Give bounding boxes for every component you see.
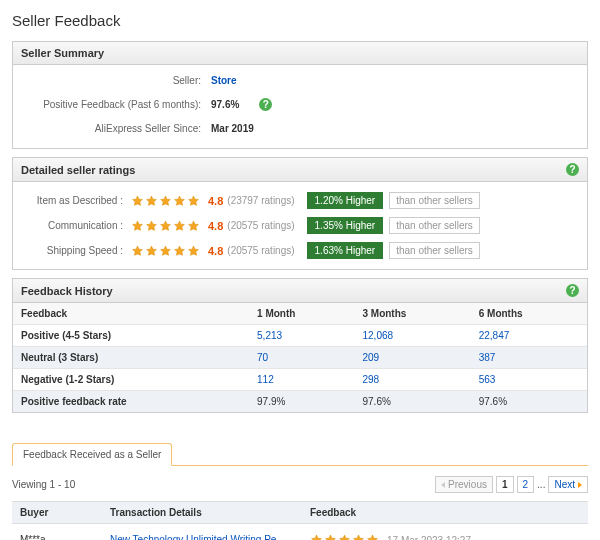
history-cell: 5,213 <box>249 325 354 347</box>
rating-vs-others: than other sellers <box>389 192 480 209</box>
history-col-1month: 1 Month <box>249 303 354 325</box>
history-link[interactable]: 22,847 <box>479 330 510 341</box>
star-icon <box>159 220 172 232</box>
fb-col-buyer: Buyer <box>12 502 102 524</box>
star-icon <box>131 195 144 207</box>
seller-summary-panel: Seller Summary Seller: Store Positive Fe… <box>12 41 588 149</box>
star-icon <box>187 245 200 257</box>
star-icon <box>145 220 158 232</box>
rating-label: Shipping Speed : <box>21 245 131 256</box>
viewing-bar: Viewing 1 - 10 Previous 1 2 ... Next <box>12 466 588 501</box>
stars <box>131 220 200 232</box>
detailed-ratings-header: Detailed seller ratings ? <box>13 158 587 182</box>
rating-vs-others: than other sellers <box>389 217 480 234</box>
rating-score: 4.8 <box>208 220 223 232</box>
star-icon <box>310 534 323 540</box>
pagination-prev[interactable]: Previous <box>435 476 493 493</box>
help-icon[interactable]: ? <box>566 284 579 297</box>
feedback-date: 17 Mar 2023 12:27 <box>387 535 471 541</box>
seller-since-value: Mar 2019 <box>211 123 254 134</box>
rating-badge-higher: 1.20% Higher <box>307 192 384 209</box>
history-row: Positive feedback rate97.9%97.6%97.6% <box>13 391 587 413</box>
history-row: Negative (1-2 Stars)112298563 <box>13 369 587 391</box>
history-row: Neutral (3 Stars)70209387 <box>13 347 587 369</box>
detailed-ratings-title: Detailed seller ratings <box>21 164 135 176</box>
rating-badge-higher: 1.63% Higher <box>307 242 384 259</box>
rating-badge-higher: 1.35% Higher <box>307 217 384 234</box>
history-cell: 12,068 <box>354 325 470 347</box>
history-cell: 70 <box>249 347 354 369</box>
star-icon <box>187 195 200 207</box>
fb-col-trans: Transaction Details <box>102 502 302 524</box>
rating-score: 4.8 <box>208 245 223 257</box>
pagination-page-2[interactable]: 2 <box>517 476 535 493</box>
history-row-label: Positive feedback rate <box>13 391 249 413</box>
star-icon <box>338 534 351 540</box>
star-icon <box>366 534 379 540</box>
history-cell: 22,847 <box>471 325 587 347</box>
star-icon <box>145 245 158 257</box>
seller-summary-body: Seller: Store Positive Feedback (Past 6 … <box>13 65 587 148</box>
star-icon <box>159 195 172 207</box>
history-link[interactable]: 387 <box>479 352 496 363</box>
positive-feedback-label: Positive Feedback (Past 6 months): <box>21 99 211 110</box>
rating-row: Shipping Speed :4.8(20575 ratings)1.63% … <box>21 238 579 263</box>
star-icon <box>187 220 200 232</box>
fb-col-feedback: Feedback <box>302 502 588 524</box>
feedback-history-panel: Feedback History ? Feedback 1 Month 3 Mo… <box>12 278 588 413</box>
seller-since-label: AliExpress Seller Since: <box>21 123 211 134</box>
star-icon <box>324 534 337 540</box>
star-icon <box>173 245 186 257</box>
history-row-label: Positive (4-5 Stars) <box>13 325 249 347</box>
history-cell: 112 <box>249 369 354 391</box>
rating-count: (20575 ratings) <box>227 220 294 231</box>
history-col-3months: 3 Months <box>354 303 470 325</box>
history-link[interactable]: 12,068 <box>362 330 393 341</box>
pagination-next[interactable]: Next <box>548 476 588 493</box>
rating-row: Item as Described :4.8(23797 ratings)1.2… <box>21 188 579 213</box>
history-link[interactable]: 298 <box>362 374 379 385</box>
help-icon[interactable]: ? <box>259 98 272 111</box>
history-link[interactable]: 70 <box>257 352 268 363</box>
stars <box>131 245 200 257</box>
rating-count: (20575 ratings) <box>227 245 294 256</box>
pagination: Previous 1 2 ... Next <box>435 476 588 493</box>
history-cell: 563 <box>471 369 587 391</box>
history-col-6months: 6 Months <box>471 303 587 325</box>
stars <box>310 534 379 540</box>
positive-feedback-value: 97.6% <box>211 99 239 110</box>
pagination-page-1[interactable]: 1 <box>496 476 514 493</box>
history-cell: 298 <box>354 369 470 391</box>
feedback-tabs: Feedback Received as a Seller <box>12 443 588 466</box>
tab-feedback-as-seller[interactable]: Feedback Received as a Seller <box>12 443 172 466</box>
detailed-ratings-panel: Detailed seller ratings ? Item as Descri… <box>12 157 588 270</box>
history-link[interactable]: 112 <box>257 374 274 385</box>
feedback-history-title: Feedback History <box>21 285 113 297</box>
page-title: Seller Feedback <box>12 12 588 29</box>
rating-label: Item as Described : <box>21 195 131 206</box>
star-icon <box>145 195 158 207</box>
history-link[interactable]: 563 <box>479 374 496 385</box>
pagination-prev-label: Previous <box>448 479 487 490</box>
seller-store-link[interactable]: Store <box>211 75 237 86</box>
star-icon <box>173 220 186 232</box>
history-row: Positive (4-5 Stars)5,21312,06822,847 <box>13 325 587 347</box>
feedback-row: M***aNew Technology Unlimited Writing Pe… <box>12 524 588 541</box>
feedback-history-table: Feedback 1 Month 3 Months 6 Months Posit… <box>13 303 587 412</box>
history-cell: 97.9% <box>249 391 354 413</box>
history-cell: 97.6% <box>354 391 470 413</box>
seller-label: Seller: <box>21 75 211 86</box>
history-link[interactable]: 5,213 <box>257 330 282 341</box>
history-row-label: Negative (1-2 Stars) <box>13 369 249 391</box>
history-row-label: Neutral (3 Stars) <box>13 347 249 369</box>
seller-summary-header: Seller Summary <box>13 42 587 65</box>
history-link[interactable]: 209 <box>362 352 379 363</box>
star-icon <box>131 220 144 232</box>
feedback-history-header: Feedback History ? <box>13 279 587 303</box>
feedback-buyer[interactable]: M***a <box>12 524 102 541</box>
history-col-feedback: Feedback <box>13 303 249 325</box>
help-icon[interactable]: ? <box>566 163 579 176</box>
feedback-product-link[interactable]: New Technology Unlimited Writing Pe... <box>110 534 290 540</box>
detailed-ratings-body: Item as Described :4.8(23797 ratings)1.2… <box>13 182 587 269</box>
viewing-range: Viewing 1 - 10 <box>12 479 75 490</box>
